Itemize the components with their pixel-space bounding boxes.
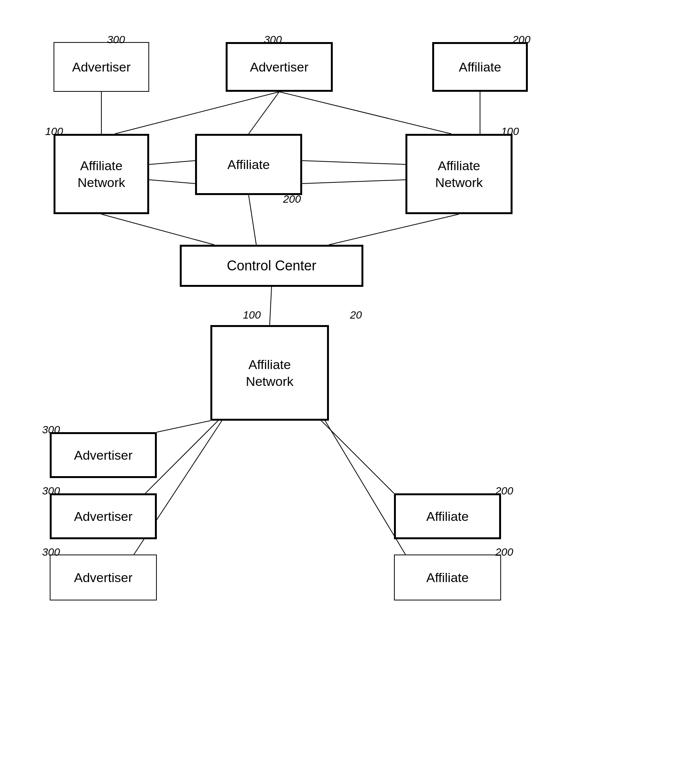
affiliate-box-center: Affiliate [195, 134, 302, 195]
label-100-2: 100 [501, 125, 519, 138]
affiliate-box-bottom-2: Affiliate [394, 555, 501, 600]
label-200-3: 200 [495, 485, 513, 497]
label-200-1: 200 [513, 34, 531, 46]
svg-line-3 [279, 92, 451, 134]
svg-line-12 [270, 287, 272, 325]
label-300-1: 300 [107, 34, 125, 46]
svg-line-16 [321, 421, 394, 493]
label-100-3: 100 [243, 309, 261, 321]
advertiser-box-bottom-3: Advertiser [50, 555, 157, 600]
label-300-2: 300 [264, 34, 282, 46]
svg-line-5 [149, 161, 195, 164]
label-100-1: 100 [45, 125, 63, 138]
label-20: 20 [350, 309, 362, 321]
label-300-3: 300 [42, 424, 60, 436]
affiliate-network-box-left: AffiliateNetwork [54, 134, 149, 214]
svg-line-7 [302, 161, 405, 164]
control-center-box: Control Center [180, 245, 363, 287]
svg-line-11 [249, 195, 256, 245]
affiliate-box-bottom-1: Affiliate [394, 493, 501, 539]
svg-line-8 [302, 180, 405, 184]
affiliate-network-box-bottom: AffiliateNetwork [210, 325, 329, 421]
svg-line-6 [149, 180, 195, 184]
svg-line-9 [101, 214, 214, 245]
svg-line-10 [329, 214, 459, 245]
advertiser-box-2: Advertiser [226, 42, 333, 92]
svg-line-2 [249, 92, 279, 134]
advertiser-box-bottom-1: Advertiser [50, 432, 157, 478]
connections-svg [31, 19, 643, 765]
affiliate-box-top-right: Affiliate [432, 42, 528, 92]
advertiser-box-1: Advertiser [54, 42, 149, 92]
svg-line-17 [325, 421, 405, 555]
label-300-5: 300 [42, 546, 60, 558]
advertiser-box-bottom-2: Advertiser [50, 493, 157, 539]
label-200-4: 200 [495, 546, 513, 558]
svg-line-1 [115, 92, 279, 134]
affiliate-network-box-right: AffiliateNetwork [405, 134, 513, 214]
diagram-container: Advertiser Advertiser Affiliate Affiliat… [31, 19, 643, 765]
svg-line-13 [157, 421, 210, 432]
label-200-2: 200 [283, 193, 301, 205]
label-300-4: 300 [42, 485, 60, 497]
